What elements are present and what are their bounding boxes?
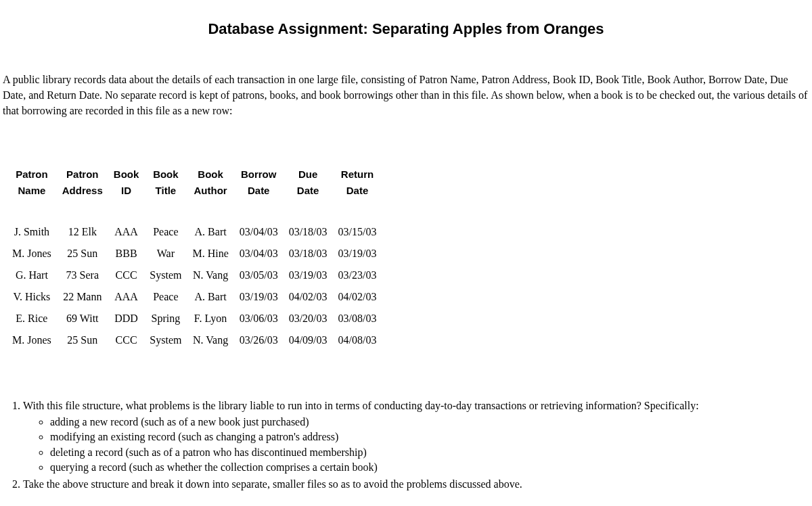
transactions-table: PatronName PatronAddress BookID BookTitl… [7,166,382,351]
cell-patron-address: 22 Mann [57,286,108,308]
cell-patron-address: 25 Sun [57,329,108,351]
cell-return-date: 04/08/03 [333,329,382,351]
cell-book-author: A. Bart [187,286,233,308]
cell-book-title: Peace [144,286,187,308]
cell-patron-address: 69 Witt [57,308,108,329]
cell-due-date: 04/09/03 [284,329,333,351]
col-due-date: DueDate [284,166,333,207]
question-2: Take the above structure and break it do… [23,477,809,492]
q1-sub-item: deleting a record (such as of a patron w… [50,445,809,460]
cell-return-date: 03/19/03 [333,243,382,264]
cell-patron-name: V. Hicks [7,286,57,308]
cell-book-title: System [144,264,187,286]
table-row: J. Smith12 ElkAAAPeaceA. Bart03/04/0303/… [7,207,382,243]
cell-patron-name: G. Hart [7,264,57,286]
cell-book-id: AAA [108,286,145,308]
cell-patron-address: 73 Sera [57,264,108,286]
intro-paragraph: A public library records data about the … [3,72,809,119]
col-book-author: BookAuthor [187,166,233,207]
q1-sub-item: modifying an existing record (such as ch… [50,430,809,444]
col-patron-name: PatronName [7,166,57,207]
cell-book-id: CCC [108,264,145,286]
cell-borrow-date: 03/26/03 [234,329,284,351]
cell-book-author: M. Hine [187,243,233,264]
cell-book-title: Spring [144,308,187,329]
table-row: E. Rice69 WittDDDSpringF. Lyon03/06/0303… [7,308,382,329]
question-1-sublist: adding a new record (such as of a new bo… [23,415,809,476]
table-row: M. Jones25 SunCCCSystemN. Vang03/26/0304… [7,329,382,351]
col-patron-address: PatronAddress [57,166,108,207]
cell-return-date: 03/15/03 [333,207,382,243]
question-1: With this file structure, what problems … [23,398,809,476]
cell-borrow-date: 03/04/03 [234,207,284,243]
table-body: J. Smith12 ElkAAAPeaceA. Bart03/04/0303/… [7,207,382,351]
cell-book-author: N. Vang [187,329,233,351]
cell-return-date: 03/08/03 [333,308,382,329]
cell-book-id: BBB [108,243,145,264]
cell-due-date: 03/19/03 [284,264,333,286]
col-book-title: BookTitle [144,166,187,207]
cell-book-id: AAA [108,207,145,243]
table-row: G. Hart73 SeraCCCSystemN. Vang03/05/0303… [7,264,382,286]
cell-due-date: 04/02/03 [284,286,333,308]
cell-book-title: Peace [144,207,187,243]
cell-patron-address: 12 Elk [57,207,108,243]
cell-borrow-date: 03/05/03 [234,264,284,286]
cell-patron-name: J. Smith [7,207,57,243]
cell-book-title: System [144,329,187,351]
table-row: M. Jones25 SunBBBWarM. Hine03/04/0303/18… [7,243,382,264]
cell-patron-name: E. Rice [7,308,57,329]
cell-book-author: F. Lyon [187,308,233,329]
table-row: V. Hicks22 MannAAAPeaceA. Bart03/19/0304… [7,286,382,308]
table-header-row: PatronName PatronAddress BookID BookTitl… [7,166,382,207]
cell-book-author: N. Vang [187,264,233,286]
cell-book-author: A. Bart [187,207,233,243]
cell-patron-address: 25 Sun [57,243,108,264]
cell-patron-name: M. Jones [7,329,57,351]
col-book-id: BookID [108,166,145,207]
cell-borrow-date: 03/06/03 [234,308,284,329]
questions-list: With this file structure, what problems … [3,398,809,492]
question-1-text: With this file structure, what problems … [23,400,699,411]
cell-borrow-date: 03/04/03 [234,243,284,264]
col-return-date: ReturnDate [333,166,382,207]
cell-due-date: 03/18/03 [284,207,333,243]
cell-due-date: 03/20/03 [284,308,333,329]
cell-return-date: 03/23/03 [333,264,382,286]
cell-patron-name: M. Jones [7,243,57,264]
col-borrow-date: BorrowDate [234,166,284,207]
q1-sub-item: querying a record (such as whether the c… [50,460,809,475]
cell-book-id: DDD [108,308,145,329]
page-title: Database Assignment: Separating Apples f… [0,20,812,38]
cell-due-date: 03/18/03 [284,243,333,264]
q1-sub-item: adding a new record (such as of a new bo… [50,415,809,430]
cell-book-title: War [144,243,187,264]
cell-return-date: 04/02/03 [333,286,382,308]
cell-borrow-date: 03/19/03 [234,286,284,308]
cell-book-id: CCC [108,329,145,351]
